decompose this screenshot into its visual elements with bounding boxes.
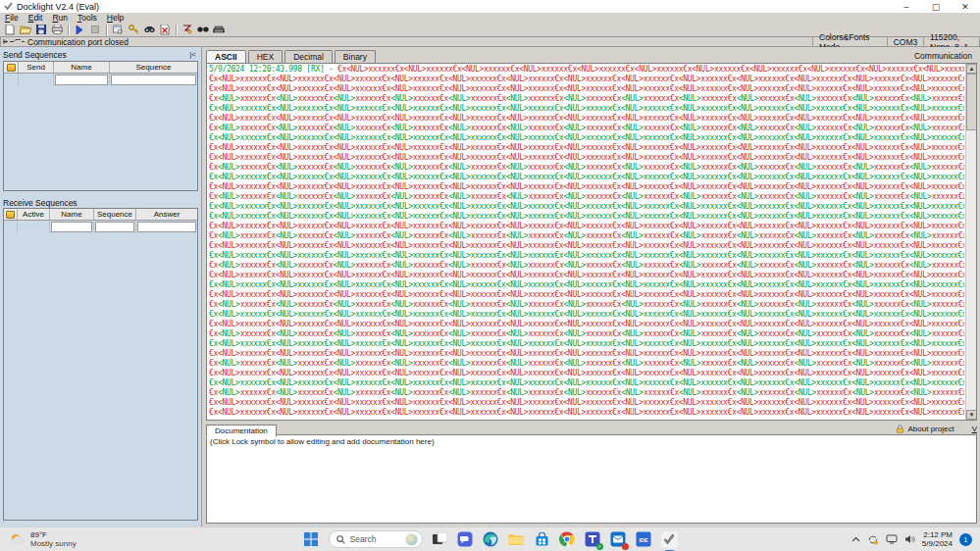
send-row-sequence-cell[interactable] <box>110 74 197 86</box>
start-communication-icon[interactable] <box>72 24 87 36</box>
project-settings-icon[interactable] <box>110 24 126 36</box>
maximize-button[interactable]: ▢ <box>921 0 951 13</box>
edit-mode-icon[interactable] <box>180 24 195 36</box>
send-sequence-input[interactable] <box>111 75 196 85</box>
tab-documentation[interactable]: Documentation <box>206 425 277 437</box>
col-answer[interactable]: Answer <box>136 209 197 220</box>
menu-tools[interactable]: Tools <box>73 13 102 23</box>
lock-icon[interactable] <box>896 425 904 433</box>
receive-sequences-title: Receive Sequences <box>3 198 77 208</box>
log-line: €x<NUL>xxxxxx€x<NUL>xxxxxx€x<NUL>xxxxxx€… <box>209 133 964 143</box>
scroll-up-icon[interactable]: ▲ <box>966 64 977 74</box>
log-line: €x<NUL>xxxxxx€x<NUL>xxxxxx€x<NUL>xxxxxx€… <box>209 173 964 182</box>
log-line: 5/9/2024 12:20:43.998 [RX] - €x<NUL>xxxx… <box>209 65 964 75</box>
log-line: €x<NUL>xxxxxx€x<NUL>xxxxxx€x<NUL>xxxxxx€… <box>209 300 964 310</box>
col-recv-sequence[interactable]: Sequence <box>94 209 136 220</box>
menu-edit[interactable]: Edit <box>24 13 48 23</box>
weather-condition: Mostly sunny <box>30 539 77 548</box>
keyboard-console-icon[interactable] <box>211 24 227 36</box>
recv-sequence-input[interactable] <box>95 222 134 232</box>
clear-communication-icon[interactable] <box>157 24 173 36</box>
stop-communication-icon[interactable] <box>87 24 103 36</box>
close-button[interactable]: ✕ <box>951 0 980 13</box>
speaker-icon[interactable] <box>904 534 915 544</box>
store-icon[interactable] <box>534 531 550 548</box>
network-display-icon[interactable] <box>886 534 898 544</box>
send-row-send-cell[interactable] <box>19 74 54 86</box>
tab-decimal[interactable]: Decimal <box>284 50 333 63</box>
col-sequence[interactable]: Sequence <box>110 62 197 73</box>
notification-badge[interactable]: 1 <box>959 533 972 546</box>
menu-file[interactable]: File <box>0 13 24 23</box>
find-sequence-icon[interactable] <box>141 24 157 36</box>
tray-chevron-icon[interactable] <box>851 536 860 543</box>
log-line: €x<NUL>xxxxxx€x<NUL>xxxxxx€x<NUL>xxxxxx€… <box>209 143 964 153</box>
sync-icon[interactable] <box>867 534 879 545</box>
chat-icon[interactable] <box>457 531 474 548</box>
log-scrollbar[interactable]: ▲ ▼ <box>965 64 976 420</box>
todo-app-icon[interactable]: ✓ <box>585 531 601 548</box>
recv-answer-input[interactable] <box>137 222 196 232</box>
ide-icon[interactable]: IDE <box>636 531 652 548</box>
log-line: €x<NUL>xxxxxx€x<NUL>xxxxxx€x<NUL>xxxxxx€… <box>209 153 964 163</box>
col-active[interactable]: Active <box>18 209 50 220</box>
task-view-button[interactable] <box>432 531 448 548</box>
recv-row-answer-cell[interactable] <box>136 221 197 233</box>
weather-widget[interactable]: 89°F Mostly sunny <box>0 530 77 548</box>
scroll-down-icon[interactable]: ▼ <box>966 410 977 420</box>
send-name-input[interactable] <box>55 75 108 85</box>
send-list-icon <box>7 64 16 72</box>
expert-monitoring-icon[interactable] <box>195 24 211 36</box>
mail-icon[interactable] <box>610 531 627 548</box>
clock[interactable]: 2:12 PM 5/9/2024 <box>922 530 953 548</box>
print-icon[interactable] <box>49 24 65 36</box>
start-button[interactable] <box>303 531 320 548</box>
search-input[interactable]: Search <box>329 530 423 548</box>
save-icon[interactable] <box>33 24 49 36</box>
recv-name-input[interactable] <box>51 222 92 232</box>
minimize-button[interactable]: – <box>892 0 921 13</box>
recv-row-name-cell[interactable] <box>50 221 94 233</box>
comm-channel-key-icon[interactable] <box>126 24 141 36</box>
tab-ascii[interactable]: ASCII <box>206 50 246 63</box>
col-name[interactable]: Name <box>54 62 110 73</box>
open-file-icon[interactable] <box>18 24 33 36</box>
docklight-taskbar-icon[interactable] <box>661 531 678 548</box>
recv-row-active-cell[interactable] <box>18 221 50 233</box>
tab-binary[interactable]: Binary <box>335 50 376 63</box>
communication-log: 5/9/2024 12:20:43.998 [RX] - €x<NUL>xxxx… <box>209 65 964 420</box>
log-line: €x<NUL>xxxxxx€x<NUL>xxxxxx€x<NUL>xxxxxx€… <box>209 339 964 349</box>
log-line: €x<NUL>xxxxxx€x<NUL>xxxxxx€x<NUL>xxxxxx€… <box>209 349 964 359</box>
send-row-name-cell[interactable] <box>54 74 110 86</box>
log-line: €x<NUL>xxxxxx€x<NUL>xxxxxx€x<NUL>xxxxxx€… <box>209 329 964 339</box>
file-explorer-icon[interactable] <box>508 531 525 548</box>
edge-icon[interactable] <box>483 531 499 548</box>
communication-label: Communication <box>914 51 972 63</box>
receive-sequence-row <box>4 221 197 233</box>
send-row-icon-cell <box>4 74 19 86</box>
col-recv-name[interactable]: Name <box>50 209 94 220</box>
log-line: €x<NUL>xxxxxx€x<NUL>xxxxxx€x<NUL>xxxxxx€… <box>209 280 964 290</box>
view-tabs: ASCII HEX Decimal Binary <box>206 50 378 63</box>
menu-run[interactable]: Run <box>47 13 73 23</box>
documentation-box[interactable]: (Click Lock symbol to allow editing and … <box>206 434 977 524</box>
documentation-placeholder: (Click Lock symbol to allow editing and … <box>210 437 435 446</box>
accelerator-v[interactable]: V <box>972 425 977 433</box>
weather-icon <box>10 532 26 546</box>
log-line: €x<NUL>xxxxxx€x<NUL>xxxxxx€x<NUL>xxxxxx€… <box>209 378 964 388</box>
recv-row-icon-cell <box>4 221 18 233</box>
recv-row-sequence-cell[interactable] <box>94 221 136 233</box>
log-line: €x<NUL>xxxxxx€x<NUL>xxxxxx€x<NUL>xxxxxx€… <box>209 310 964 320</box>
chrome-icon[interactable] <box>559 531 576 548</box>
log-line: €x<NUL>xxxxxx€x<NUL>xxxxxx€x<NUL>xxxxxx€… <box>209 94 964 104</box>
log-line: €x<NUL>xxxxxx€x<NUL>xxxxxx€x<NUL>xxxxxx€… <box>209 398 964 408</box>
scrollbar-thumb[interactable] <box>966 74 977 130</box>
about-project-link[interactable]: About project <box>908 425 954 433</box>
col-send[interactable]: Send <box>19 62 54 73</box>
collapse-panel-button[interactable]: |< <box>187 50 198 59</box>
menu-help[interactable]: Help <box>102 13 129 23</box>
toolbar-separator <box>176 25 177 35</box>
todo-check-badge: ✓ <box>596 543 603 550</box>
new-file-icon[interactable] <box>2 24 18 36</box>
tab-hex[interactable]: HEX <box>248 50 283 63</box>
